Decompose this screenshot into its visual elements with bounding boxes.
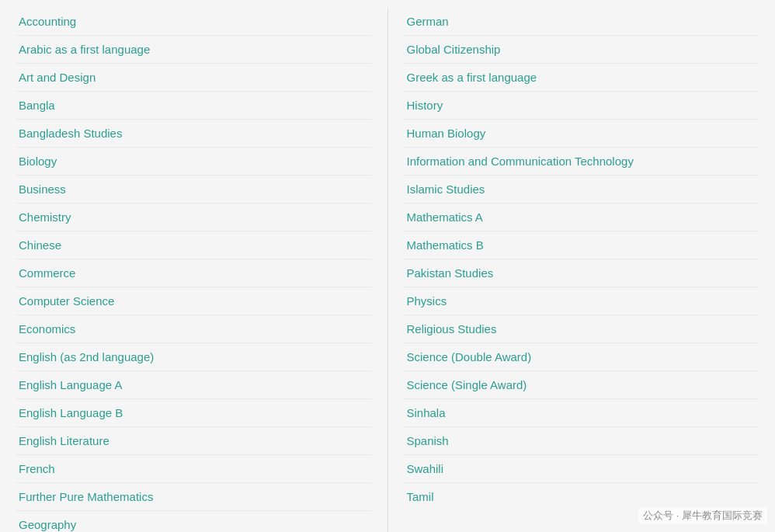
subject-link-biology[interactable]: Biology [16,148,372,176]
subject-link-swahili[interactable]: Swahili [404,455,760,483]
subject-link-computer-science[interactable]: Computer Science [16,287,372,315]
subject-link-information-and-communication-technology[interactable]: Information and Communication Technology [404,148,760,176]
subject-link-accounting[interactable]: Accounting [16,8,372,36]
subject-link-physics[interactable]: Physics [404,287,760,315]
subject-link-english-literature[interactable]: English Literature [16,427,372,455]
subject-link-french[interactable]: French [16,455,372,483]
subject-link-pakistan-studies[interactable]: Pakistan Studies [404,259,760,287]
subject-link-human-biology[interactable]: Human Biology [404,120,760,148]
subject-link-economics[interactable]: Economics [16,315,372,343]
subject-link-religious-studies[interactable]: Religious Studies [404,315,760,343]
subject-link-mathematics-a[interactable]: Mathematics A [404,203,760,231]
subject-link-tamil[interactable]: Tamil [404,483,760,510]
subject-link-science-single-award[interactable]: Science (Single Award) [404,371,760,399]
column-right: GermanGlobal CitizenshipGreek as a first… [388,8,776,532]
column-left: AccountingArabic as a first languageArt … [0,8,388,532]
subject-link-bangla[interactable]: Bangla [16,92,372,120]
subject-link-art-and-design[interactable]: Art and Design [16,64,372,92]
subject-link-mathematics-b[interactable]: Mathematics B [404,231,760,259]
subject-link-english-as-2nd-language[interactable]: English (as 2nd language) [16,343,372,371]
subject-link-english-language-a[interactable]: English Language A [16,371,372,399]
subject-link-arabic-as-a-first-language[interactable]: Arabic as a first language [16,36,372,64]
subject-link-english-language-b[interactable]: English Language B [16,399,372,427]
subject-link-history[interactable]: History [404,92,760,120]
subject-link-science-double-award[interactable]: Science (Double Award) [404,343,760,371]
subject-link-islamic-studies[interactable]: Islamic Studies [404,176,760,203]
subject-link-spanish[interactable]: Spanish [404,427,760,455]
subject-link-chemistry[interactable]: Chemistry [16,203,372,231]
subject-link-global-citizenship[interactable]: Global Citizenship [404,36,760,64]
subject-link-chinese[interactable]: Chinese [16,231,372,259]
subject-link-german[interactable]: German [404,8,760,36]
subject-link-bangladesh-studies[interactable]: Bangladesh Studies [16,120,372,148]
subject-link-further-pure-mathematics[interactable]: Further Pure Mathematics [16,483,372,511]
subject-link-greek-as-a-first-language[interactable]: Greek as a first language [404,64,760,92]
subject-link-geography[interactable]: Geography [16,511,372,532]
subjects-container: AccountingArabic as a first languageArt … [0,0,775,532]
subject-link-sinhala[interactable]: Sinhala [404,399,760,427]
subject-link-commerce[interactable]: Commerce [16,259,372,287]
subject-link-business[interactable]: Business [16,176,372,203]
